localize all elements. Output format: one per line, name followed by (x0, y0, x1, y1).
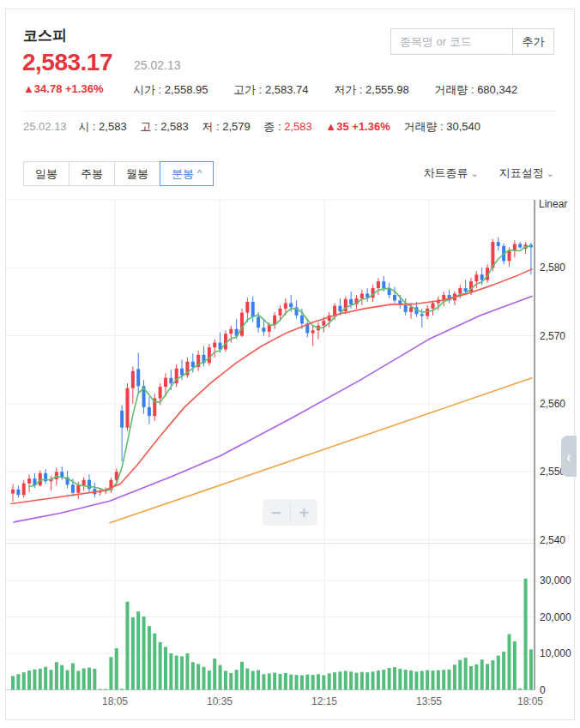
svg-text:2,580: 2,580 (540, 262, 565, 274)
header-divider (23, 111, 555, 111)
page-title: 코스피 (23, 26, 67, 45)
tab-weekly[interactable]: 주봉 (69, 161, 115, 186)
candle-date: 25.02.13 (23, 120, 67, 133)
price-date: 25.02.13 (134, 58, 181, 72)
chevron-down-icon: ⌄ (547, 168, 554, 178)
candle-high: 고 : 2,583 (140, 120, 188, 133)
price-change: ▲34.78 +1.36% (23, 82, 103, 95)
current-price: 2,583.17 (22, 49, 112, 76)
svg-text:20,000: 20,000 (540, 611, 571, 623)
svg-text:13:55: 13:55 (416, 695, 442, 707)
candle-close: 종 : 2,583 (263, 120, 311, 133)
chart-type-menu[interactable]: 차트종류⌄ (424, 165, 479, 181)
svg-text:10,000: 10,000 (540, 647, 571, 659)
zoom-in-button[interactable]: + (291, 499, 318, 526)
svg-text:2,570: 2,570 (540, 330, 565, 342)
kospi-candlestick-volume-chart: 2,5802,5702,5602,5502,54030,00020,00010,… (0, 194, 580, 712)
stat-volume: 거래량 : 680,342 (434, 83, 517, 96)
candle-change: ▲35 +1.36% (325, 120, 390, 133)
svg-text:30,000: 30,000 (540, 575, 571, 587)
candle-volume: 거래량 : 30,540 (403, 120, 480, 133)
tab-minute[interactable]: 분봉^ (160, 161, 214, 186)
chart-menus: 차트종류⌄ 지표설정⌄ (424, 165, 554, 181)
svg-text:12:15: 12:15 (311, 695, 337, 707)
chevron-left-icon: ‹ (567, 448, 571, 466)
chevron-up-icon: ^ (197, 168, 202, 178)
svg-text:0: 0 (540, 684, 546, 696)
stat-low: 저가 : 2,555.98 (334, 83, 408, 96)
svg-text:18:05: 18:05 (517, 695, 543, 707)
period-tabbar: 일봉 주봉 월봉 분봉^ (23, 161, 214, 186)
daily-stats-row: 시가 : 2,558.95 고가 : 2,583.74 저가 : 2,555.9… (133, 82, 540, 98)
add-button[interactable]: 추가 (512, 28, 554, 55)
chevron-down-icon: ⌄ (471, 168, 479, 178)
svg-text:10:35: 10:35 (207, 695, 233, 707)
stock-search-box (390, 28, 512, 55)
svg-text:2,540: 2,540 (540, 534, 565, 546)
candle-open: 시 : 2,583 (78, 120, 126, 133)
chart-zoom-control: − + (263, 499, 317, 526)
zoom-out-button[interactable]: − (263, 499, 290, 526)
stat-open: 시가 : 2,558.95 (133, 83, 208, 96)
candle-info-row: 25.02.13 시 : 2,583 고 : 2,583 저 : 2,579 종… (23, 119, 491, 135)
scale-mode-label: Linear (539, 198, 567, 210)
candle-low: 저 : 2,579 (202, 120, 250, 133)
chart-area: 2,5802,5702,5602,5502,54030,00020,00010,… (0, 194, 580, 712)
svg-text:18:05: 18:05 (102, 695, 128, 707)
search-input[interactable] (391, 29, 512, 54)
indicator-settings-menu[interactable]: 지표설정⌄ (499, 165, 554, 181)
tab-daily[interactable]: 일봉 (23, 161, 69, 186)
sidebar-collapse-tab[interactable]: ‹ (561, 436, 577, 477)
stat-high: 고가 : 2,583.74 (233, 83, 308, 96)
svg-text:2,560: 2,560 (540, 398, 565, 410)
tab-monthly[interactable]: 월봉 (114, 161, 160, 186)
kospi-chart-page: 코스피 추가 2,583.17 25.02.13 ▲34.78 +1.36% 시… (0, 0, 580, 728)
